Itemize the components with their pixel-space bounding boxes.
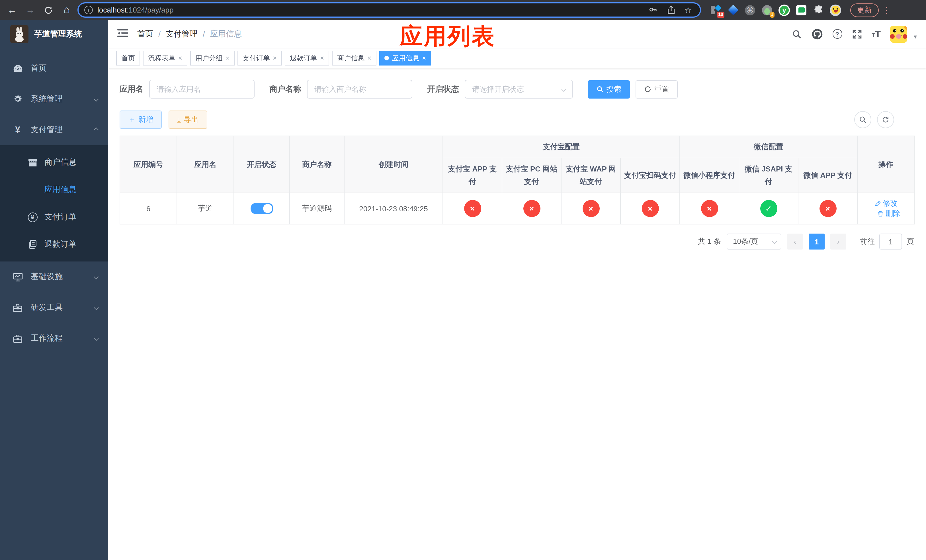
goto-page-input[interactable] xyxy=(879,233,902,250)
sidebar-item-dev-tools[interactable]: 研发工具 xyxy=(0,292,108,323)
browser-menu-icon[interactable]: ⋮ xyxy=(882,5,891,15)
help-icon[interactable]: ? xyxy=(832,29,842,39)
browser-reload-button[interactable] xyxy=(41,3,56,17)
address-bar[interactable]: i localhost:1024/pay/app ☆ xyxy=(77,2,701,18)
document-icon xyxy=(27,240,38,249)
tab-user-group[interactable]: 用户分组× xyxy=(190,51,235,65)
browser-forward-button[interactable]: → xyxy=(23,3,38,17)
page-size-select[interactable]: 10条/页 xyxy=(727,233,781,250)
extension-chat-icon[interactable] xyxy=(796,4,807,16)
search-button[interactable]: 搜索 xyxy=(588,80,630,98)
hide-search-button[interactable] xyxy=(854,111,872,128)
sidebar-item-app-info[interactable]: 应用信息 xyxy=(0,176,108,203)
sidebar-item-home[interactable]: 首页 xyxy=(0,53,108,84)
breadcrumb-home[interactable]: 首页 xyxy=(137,29,153,39)
close-icon[interactable]: × xyxy=(225,54,230,62)
extension-badge: 10 xyxy=(717,12,725,17)
tab-pay-order[interactable]: 支付订单× xyxy=(238,51,282,65)
toolbox-icon xyxy=(12,334,23,343)
extension-emoji-icon[interactable] xyxy=(830,4,841,16)
alipay-pc-status-badge: × xyxy=(523,200,540,217)
next-page-button[interactable]: › xyxy=(830,233,846,250)
export-button[interactable]: ↓导出 xyxy=(169,110,207,129)
pagination: 共 1 条 10条/页 ‹ 1 › 前往 页 xyxy=(120,233,914,250)
wechat-app-status-badge: × xyxy=(819,200,836,217)
toolbox-icon xyxy=(12,303,23,312)
status-toggle[interactable] xyxy=(250,203,273,214)
chevron-down-icon xyxy=(94,336,99,341)
chevron-down-icon xyxy=(561,87,566,92)
trash-icon xyxy=(877,210,884,217)
close-icon[interactable]: × xyxy=(422,54,426,62)
reload-icon xyxy=(44,5,53,15)
filter-form: 应用名 商户名称 开启状态 请选择开启状态 搜索 重置 xyxy=(120,80,916,98)
sidebar-menu: 首页 系统管理 ¥ 支付管理 xyxy=(0,48,108,354)
close-icon[interactable]: × xyxy=(273,54,277,62)
col-wechat-jsapi: 微信 JSAPI 支付 xyxy=(739,158,798,193)
tab-refund-order[interactable]: 退款订单× xyxy=(285,51,329,65)
sidebar-item-merchant-info[interactable]: 商户信息 xyxy=(0,149,108,176)
plus-icon: ＋ xyxy=(128,115,136,125)
sidebar-item-label: 首页 xyxy=(31,63,47,74)
page-number-button[interactable]: 1 xyxy=(809,233,825,250)
extension-avatar-icon[interactable]: 1 xyxy=(761,4,773,16)
browser-back-button[interactable]: ← xyxy=(5,3,20,17)
chevron-down-icon xyxy=(94,275,99,279)
add-button[interactable]: ＋新增 xyxy=(120,110,162,129)
delete-link[interactable]: 删除 xyxy=(877,209,900,219)
share-icon[interactable] xyxy=(667,5,675,15)
sidebar-item-system[interactable]: 系统管理 xyxy=(0,84,108,115)
edit-link[interactable]: 修改 xyxy=(874,198,897,209)
sidebar-item-pay-order[interactable]: ¥ 支付订单 xyxy=(0,203,108,231)
search-icon[interactable] xyxy=(791,29,802,39)
col-app-id: 应用编号 xyxy=(120,136,177,193)
extensions-puzzle-icon[interactable] xyxy=(813,4,824,16)
tab-process-form[interactable]: 流程表单× xyxy=(143,51,188,65)
close-icon[interactable]: × xyxy=(178,54,182,62)
close-icon[interactable]: × xyxy=(320,54,324,62)
cell-app-name: 芋道 xyxy=(177,193,234,224)
status-select[interactable]: 请选择开启状态 xyxy=(465,80,573,98)
sidebar-item-refund-order[interactable]: 退款订单 xyxy=(0,231,108,258)
site-info-icon[interactable]: i xyxy=(84,6,93,14)
tab-home[interactable]: 首页 xyxy=(116,51,140,65)
wechat-mini-status-badge: × xyxy=(701,200,718,217)
top-navbar: 首页 / 支付管理 / 应用信息 ? xyxy=(108,20,926,48)
font-size-icon[interactable]: TT xyxy=(872,30,881,38)
browser-toolbar: ← → ⌂ i localhost:1024/pay/app ☆ 10 xyxy=(0,0,926,20)
sidebar-logo[interactable]: 芋道管理系统 xyxy=(0,20,108,48)
app-table: 应用编号 应用名 开启状态 商户名称 创建时间 支付宝配置 微信配置 操作 支付… xyxy=(120,136,915,224)
extension-yudao-icon[interactable]: y xyxy=(779,4,790,16)
avatar[interactable] xyxy=(890,25,908,42)
breadcrumb-payment[interactable]: 支付管理 xyxy=(166,29,198,39)
refresh-button[interactable] xyxy=(877,111,894,128)
tab-app-info[interactable]: 应用信息× xyxy=(379,51,431,65)
merchant-name-input[interactable] xyxy=(307,80,412,98)
bookmark-star-icon[interactable]: ☆ xyxy=(684,5,692,15)
sidebar-collapse-icon[interactable] xyxy=(117,28,128,39)
sidebar-item-payment[interactable]: ¥ 支付管理 xyxy=(0,115,108,145)
reset-button[interactable]: 重置 xyxy=(635,80,678,98)
cell-created: 2021-10-23 08:49:25 xyxy=(344,193,443,224)
extension-command-icon[interactable]: ⌘ xyxy=(744,4,756,16)
col-status: 开启状态 xyxy=(234,136,290,193)
fullscreen-icon[interactable] xyxy=(852,29,862,39)
prev-page-button[interactable]: ‹ xyxy=(787,233,803,250)
extension-gem-icon[interactable] xyxy=(727,4,738,16)
tab-merchant-info[interactable]: 商户信息× xyxy=(332,51,377,65)
extension-icons: 10 ⌘ 1 y xyxy=(710,4,841,16)
password-key-icon[interactable] xyxy=(648,5,658,15)
breadcrumb: 首页 / 支付管理 / 应用信息 xyxy=(137,29,242,39)
store-icon xyxy=(27,158,38,166)
close-icon[interactable]: × xyxy=(367,54,371,62)
sidebar-item-infrastructure[interactable]: 基础设施 xyxy=(0,262,108,292)
github-icon[interactable] xyxy=(811,28,823,39)
yen-icon: ¥ xyxy=(12,125,23,135)
app-name-input[interactable] xyxy=(149,80,254,98)
avatar-caret-icon[interactable]: ▾ xyxy=(914,33,917,41)
chrome-update-button[interactable]: 更新 xyxy=(850,3,879,17)
extension-grid-icon[interactable]: 10 xyxy=(710,4,722,16)
browser-home-button[interactable]: ⌂ xyxy=(59,3,74,17)
sidebar-item-workflow[interactable]: 工作流程 xyxy=(0,323,108,354)
col-merchant: 商户名称 xyxy=(290,136,344,193)
